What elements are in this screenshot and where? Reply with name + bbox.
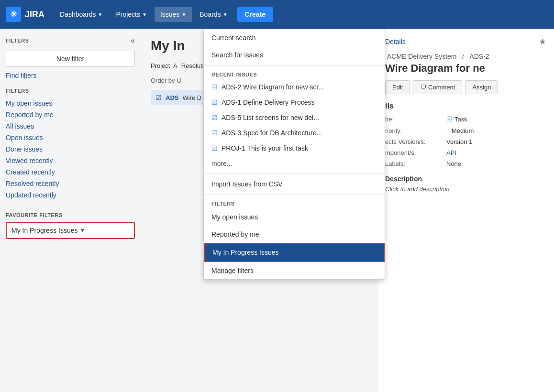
projects-arrow-icon: ▼: [142, 12, 147, 17]
sidebar-done-issues[interactable]: Done issues: [6, 143, 135, 155]
priority-icon: ↑: [446, 127, 450, 134]
affects-label: ects Version/s:: [385, 138, 443, 145]
jira-logo-text: JIRA: [25, 10, 44, 20]
assign-button[interactable]: Assign: [465, 80, 498, 94]
sidebar-updated-recently[interactable]: Updated recently: [6, 189, 135, 201]
more-link[interactable]: more...: [204, 156, 385, 171]
boards-arrow-icon: ▼: [223, 12, 228, 17]
description-title: Description: [385, 175, 546, 183]
filters-title: FILTERS: [6, 38, 29, 44]
filter-my-open-issues[interactable]: My open issues: [204, 208, 385, 226]
recent-issue-4[interactable]: ☑ PROJ-1 This is your first task: [204, 141, 385, 156]
recent-issues-title: RECENT ISSUES: [204, 68, 385, 79]
sidebar-reported-by-me[interactable]: Reported by me: [6, 109, 135, 120]
task-icon: ☑: [446, 115, 453, 123]
comment-button[interactable]: 🗨 Comment: [413, 80, 462, 94]
issue-id: ADS: [166, 94, 178, 101]
sidebar-viewed-recently[interactable]: Viewed recently: [6, 155, 135, 166]
recent-issue-0[interactable]: ☑ ADS-2 Wire Diagram for new scr...: [204, 79, 385, 95]
import-csv-item[interactable]: Import Issues from CSV: [204, 175, 385, 193]
sidebar: FILTERS « New filter Find filters FILTER…: [0, 29, 141, 392]
find-filters-link[interactable]: Find filters: [6, 72, 135, 79]
sidebar-open-issues[interactable]: Open issues: [6, 132, 135, 143]
filter-my-in-progress[interactable]: My In Progress Issues: [204, 243, 385, 262]
component-value[interactable]: API: [446, 149, 456, 156]
affects-value: Version 1: [446, 138, 472, 145]
details-section-title: ils: [385, 102, 546, 110]
breadcrumb-project[interactable]: ACME Delivery System: [387, 53, 456, 60]
check-icon-0: ☑: [211, 83, 218, 91]
dashboards-arrow-icon: ▼: [98, 12, 103, 17]
create-button[interactable]: Create: [237, 7, 274, 22]
labels-row: Labels: None: [385, 160, 546, 167]
component-row: mponent/s: API: [385, 149, 546, 156]
issue-heading: Wire Diagram for ne: [385, 62, 546, 75]
issue-checkbox-icon: ☑: [155, 94, 162, 101]
search-for-issues-item[interactable]: Search for issues: [204, 46, 385, 64]
details-section: ils be: ☑ Task riority: ↑ Medium ects Ve…: [385, 102, 546, 167]
issues-dropdown: Current search Search for issues RECENT …: [203, 29, 385, 280]
details-link[interactable]: Details: [385, 38, 406, 45]
manage-filters-item[interactable]: Manage filters: [204, 262, 385, 279]
divider-2: [204, 173, 385, 174]
priority-label: riority:: [385, 127, 443, 134]
affects-row: ects Version/s: Version 1: [385, 138, 546, 145]
labels-label: Labels:: [385, 160, 443, 167]
dashboards-nav[interactable]: Dashboards ▼: [54, 7, 108, 22]
sidebar-resolved-recently[interactable]: Resolved recently: [6, 178, 135, 189]
divider-3: [204, 195, 385, 195]
priority-value: ↑ Medium: [446, 127, 474, 134]
favourite-filter-item[interactable]: My In Progress Issues ▼: [6, 222, 135, 239]
favourite-filters-section: FAVOURITE FILTERS My In Progress Issues …: [6, 212, 135, 239]
jira-logo-icon: ✳: [6, 7, 21, 22]
type-label: be:: [385, 116, 443, 123]
action-buttons: Edit 🗨 Comment Assign: [385, 80, 546, 94]
recent-issue-2[interactable]: ☑ ADS-5 List screens for new del...: [204, 110, 385, 125]
type-row: be: ☑ Task: [385, 115, 546, 123]
right-panel-header: Details ★: [385, 36, 546, 47]
boards-nav[interactable]: Boards ▼: [194, 7, 233, 22]
project-label: Project: A: [151, 62, 177, 69]
breadcrumb-id[interactable]: ADS-2: [469, 53, 489, 60]
comment-icon: 🗨: [420, 84, 426, 91]
labels-value: None: [446, 160, 461, 167]
check-icon-3: ☑: [211, 129, 218, 137]
check-icon-4: ☑: [211, 144, 218, 152]
sidebar-header: FILTERS «: [6, 36, 135, 45]
priority-row: riority: ↑ Medium: [385, 127, 546, 134]
divider-1: [204, 65, 385, 66]
issues-arrow-icon: ▼: [181, 12, 186, 17]
favourite-title: FAVOURITE FILTERS: [6, 212, 135, 218]
projects-nav[interactable]: Projects ▼: [110, 7, 152, 22]
jira-logo: ✳ JIRA: [6, 7, 44, 22]
type-value: ☑ Task: [446, 115, 467, 123]
issue-title: Wire D: [182, 94, 201, 101]
description-section: Description Click to add description: [385, 175, 546, 193]
description-text[interactable]: Click to add description: [385, 185, 546, 193]
breadcrumb: ACME Delivery System / ADS-2: [385, 53, 546, 60]
right-panel: Details ★ ACME Delivery System / ADS-2 W…: [377, 29, 554, 392]
breadcrumb-separator: /: [462, 53, 464, 60]
filters-section-title: FILTERS: [6, 88, 135, 94]
check-icon-1: ☑: [211, 98, 218, 106]
star-icon[interactable]: ★: [539, 36, 546, 47]
sidebar-my-open-issues[interactable]: My open issues: [6, 98, 135, 109]
filters-dropdown-title: FILTERS: [204, 197, 385, 208]
recent-issue-3[interactable]: ☑ ADS-3 Spec for DB Architecture...: [204, 125, 385, 141]
new-filter-button[interactable]: New filter: [6, 51, 135, 67]
collapse-icon[interactable]: «: [131, 36, 135, 45]
favourite-item-label: My In Progress Issues: [11, 227, 78, 234]
issues-nav[interactable]: Issues ▼: [155, 7, 192, 22]
top-navigation: ✳ JIRA Dashboards ▼ Projects ▼ Issues ▼ …: [0, 0, 554, 29]
check-icon-2: ☑: [211, 114, 218, 121]
recent-issue-1[interactable]: ☑ ADS-1 Define Delivery Process: [204, 95, 385, 110]
filter-reported-by-me[interactable]: Reported by me: [204, 226, 385, 243]
favourite-arrow-icon: ▼: [80, 227, 86, 234]
sidebar-created-recently[interactable]: Created recently: [6, 166, 135, 178]
component-label: mponent/s:: [385, 149, 443, 156]
edit-button[interactable]: Edit: [385, 80, 410, 94]
order-label: Order by U: [151, 77, 181, 84]
sidebar-all-issues[interactable]: All issues: [6, 120, 135, 132]
current-search-item[interactable]: Current search: [204, 29, 385, 46]
